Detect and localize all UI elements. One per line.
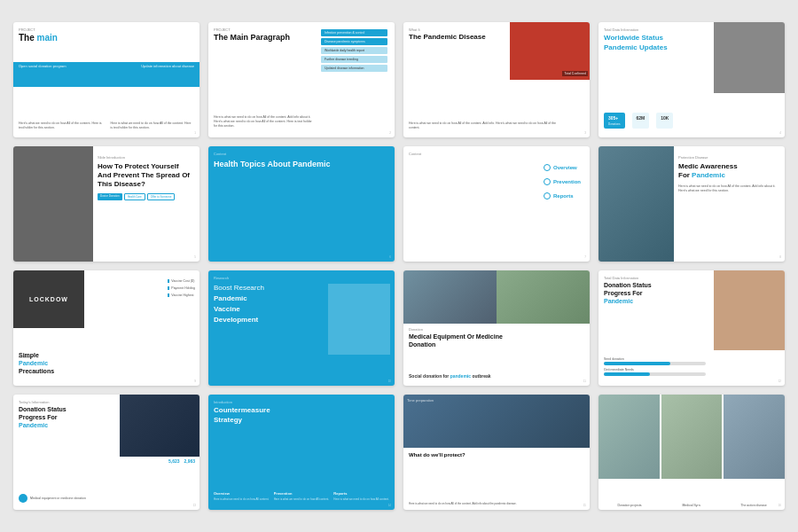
s11-title: Medical Equipment Or Medicine Donation (409, 332, 512, 348)
s11-img2 (497, 270, 590, 324)
s8-content: Protection Disease Medic AwarenessFor Pa… (678, 155, 781, 193)
s1-bar-left: Open social donation program (19, 64, 66, 69)
s9-number: 9 (194, 379, 196, 383)
s4-title: Worldwide Status Pandemic Updates (604, 33, 668, 52)
s16-images (598, 395, 785, 479)
s9-item-1: Vaccine Cost (D) (168, 279, 195, 283)
s14-title: CountermeasureStrategy (214, 405, 270, 425)
s16-img2 (661, 395, 723, 479)
s11-images (403, 270, 590, 324)
s1-number: 1 (194, 131, 196, 135)
s15-number: 15 (583, 504, 586, 507)
s2-number: 2 (389, 131, 391, 135)
s9-item-2: Payment Holding (168, 286, 195, 290)
s11-sub: Social donation for pandemic outbreak (409, 373, 491, 379)
s11-badge: Donation (409, 327, 423, 332)
s13-icon-row: Medical equipment or medicine donation (19, 494, 86, 503)
s2-badge: PROJECT (214, 27, 231, 32)
s16-number: 16 (778, 504, 781, 507)
s13-badge: Today's Information (19, 400, 50, 404)
s15-title: What do we'll protect? (409, 451, 466, 458)
s12-title: Donation StatusProgress ForPandemic (604, 281, 652, 305)
s12-badge: Total Data Information (604, 276, 638, 280)
s1-body-left: Here's what we need to do on how All of … (19, 121, 103, 130)
s7-number: 7 (584, 255, 586, 259)
s16-lbl1: Donation projects (598, 504, 661, 507)
s12-bar-1: Send donation (604, 357, 706, 365)
s14-col-2: Prevention Here is what we need to do on… (274, 491, 330, 501)
s5-content: Slide Introduction How To Protect Yourse… (98, 155, 194, 200)
s3-title: The Pandemic Disease (409, 33, 486, 41)
s4-stat-3: 10K (656, 113, 673, 129)
s13-icon (19, 494, 27, 503)
s6-title: Health Topics About Pandemic (214, 159, 331, 169)
s7-items: Overview Prevention Reports (544, 164, 581, 207)
slide-2[interactable]: PROJECT The Main Paragraph Infection pre… (208, 22, 395, 137)
s6-badge: Content (214, 152, 226, 156)
s4-image (714, 22, 785, 93)
s13-numbers: 5,623 2,963 (168, 458, 195, 464)
slide-6[interactable]: Content Health Topics About Pandemic 6 (208, 146, 395, 262)
s10-number: 10 (388, 379, 391, 383)
slide-8[interactable]: Protection Disease Medic AwarenessFor Pa… (598, 146, 785, 262)
s4-stat-1: 305+Donations (604, 113, 625, 129)
slide-14[interactable]: Introduction CountermeasureStrategy Over… (208, 395, 395, 510)
s7-dot-2 (544, 178, 551, 185)
slide-11[interactable]: Donation Medical Equipment Or Medicine D… (403, 270, 590, 386)
s12-bar-fill-2 (604, 372, 650, 376)
slide-3[interactable]: What It The Pandemic Disease Total Confi… (403, 22, 590, 137)
s5-tag-1: Doctor Donation (98, 193, 122, 200)
s14-col-3: Reports Here is what we need to do on ho… (333, 491, 389, 501)
s13-bottom-text: Medical equipment or medicine donation (30, 497, 86, 500)
s2-menu-1: Infection prevention & control (321, 29, 387, 36)
s13-image (120, 395, 200, 457)
slide-10[interactable]: Research Boost ResearchPandemicVaccineDe… (208, 270, 395, 386)
slide-16[interactable]: Donation projects Medical Syrn. The acti… (598, 395, 785, 510)
s7-item-2: Prevention (544, 178, 581, 185)
s8-image (598, 146, 674, 262)
slide-13[interactable]: Today's Information Donation StatusProgr… (13, 395, 200, 510)
s4-number: 4 (779, 131, 781, 135)
s8-body: Here is what we need to do on how All of… (678, 184, 781, 193)
slide-15[interactable]: Time preparation What do we'll protect? … (403, 395, 590, 510)
s7-item-1: Overview (544, 164, 581, 171)
s7-dot-1 (544, 164, 551, 171)
s1-badge: PROJECT (19, 27, 35, 32)
s2-menu-4: Further disease trending (321, 56, 387, 63)
slide-1[interactable]: PROJECT The main Open social donation pr… (13, 22, 200, 137)
slide-7[interactable]: Content Overview Prevention Reports 7 (403, 146, 590, 262)
s3-number: 3 (584, 131, 586, 135)
s14-number: 14 (388, 504, 391, 507)
slide-4[interactable]: Total Data Information Worldwide Status … (598, 22, 785, 137)
s5-badge: Slide Introduction (98, 155, 194, 160)
s9-image: LOCKDOW (13, 270, 84, 328)
slide-12[interactable]: Total Data Information Donation StatusPr… (598, 270, 785, 386)
s7-badge: Content (409, 152, 421, 156)
s13-title: Donation StatusProgress ForPandemic (19, 405, 66, 429)
s11-img1 (403, 270, 497, 324)
slide-9[interactable]: LOCKDOW Forecast SimplePandemicPrecautio… (13, 270, 200, 386)
s2-menu-5: Updated disease information (321, 65, 387, 72)
s2-body: Here is what we need to do on how All of… (214, 115, 317, 129)
s7-item-3: Reports (544, 192, 581, 200)
s3-img-label: Total Confirmed (562, 71, 588, 76)
s13-number: 13 (193, 504, 196, 507)
s8-title: Medic AwarenessFor Pandemic (678, 162, 781, 180)
s16-img3 (724, 395, 785, 479)
s1-title: The main (19, 33, 58, 43)
s2-title: The Main Paragraph (214, 33, 290, 43)
s12-bars: Send donation Get immediate Needs (604, 357, 706, 379)
s7-label-3: Reports (553, 193, 574, 199)
s15-body: Here is what we need to do on how All of… (409, 502, 576, 506)
s10-badge: Research (214, 276, 229, 280)
slide-5[interactable]: Slide Introduction How To Protect Yourse… (13, 146, 200, 262)
slide-grid: PROJECT The main Open social donation pr… (1, 10, 797, 522)
s12-number: 12 (778, 379, 781, 383)
s5-title: How To Protect Yourself And Prevent The … (98, 162, 194, 189)
s1-body-right: Here is what we need to do on how All of… (111, 121, 195, 130)
s5-tag-3: Offer to Someone (147, 193, 176, 200)
s14-col-1: Overview Here is what we need to do on h… (214, 491, 270, 501)
s8-number: 8 (779, 255, 781, 259)
s5-tag-2: Health Care (124, 193, 145, 200)
s14-cols: Overview Here is what we need to do on h… (214, 491, 389, 501)
